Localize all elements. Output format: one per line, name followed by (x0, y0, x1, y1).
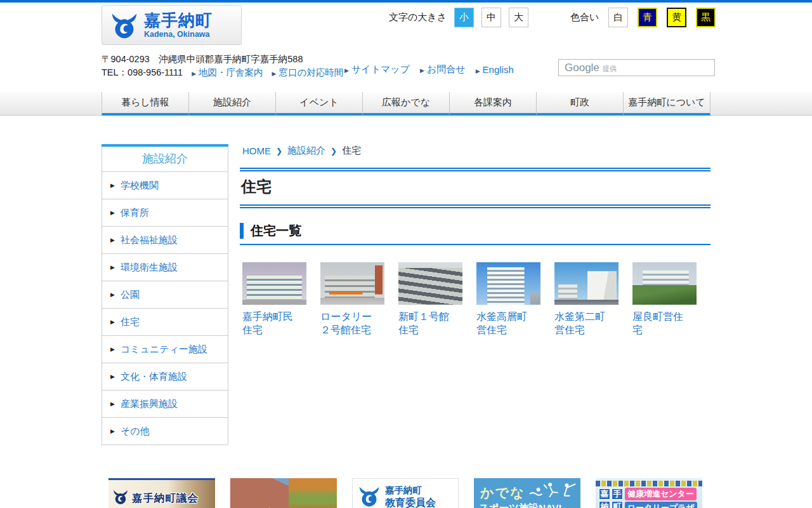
housing-photo[interactable] (320, 262, 384, 305)
color-scheme-label: 色合い (570, 11, 599, 23)
sidebar-item-other[interactable]: ▶その他 (102, 417, 228, 444)
text-size-medium-button[interactable]: 中 (481, 8, 501, 27)
quick-links: ▶サイトマップ ▶お問合せ ▶English (344, 64, 514, 76)
triangle-icon: ▶ (110, 401, 115, 407)
arrow-icon: ▶ (476, 68, 480, 74)
footer-banners: 嘉手納町議会 かでな文化センター 嘉手納町 教育委員会 かでな スポーツ施設NA… (108, 478, 702, 508)
page-title-block: 住宅 (240, 168, 710, 208)
nav-tab-shisetsu[interactable]: 施設紹介 (188, 92, 275, 116)
culture-center-banner[interactable]: かでな文化センター (230, 478, 337, 508)
sidebar: 施設紹介 ▶学校機関 ▶保育所 ▶社会福祉施設 ▶環境衛生施設 ▶公園 ▶住宅 … (102, 144, 228, 445)
housing-card[interactable]: 水釜第二町営住宅 (554, 262, 619, 337)
sports-banner-line1: かでな (480, 484, 525, 502)
housing-link[interactable]: ロータリー２号館住宅 (320, 310, 375, 337)
sidebar-item-culture-sports[interactable]: ▶文化・体育施設 (102, 363, 228, 390)
breadcrumb: HOME ❯ 施設紹介 ❯ 住宅 (242, 145, 361, 157)
site-logo[interactable]: 嘉手納町 Kadena, Okinawa (102, 5, 242, 45)
arrow-icon: ▶ (344, 67, 349, 74)
sidebar-item-environment[interactable]: ▶環境衛生施設 (102, 253, 228, 281)
color-scheme-black-button[interactable]: 黒 (696, 8, 716, 27)
contact-link[interactable]: ▶お問合せ (420, 64, 466, 76)
section-title: 住宅一覧 (251, 222, 301, 239)
text-size-large-button[interactable]: 大 (509, 8, 528, 27)
postal-address: 〒904-0293 沖縄県中頭郡嘉手納町字嘉手納588 (102, 53, 303, 65)
health-center-label: 健康増進センター (625, 488, 697, 500)
arrow-icon: ▶ (420, 67, 424, 74)
kadena-emblem-icon (110, 11, 139, 39)
housing-link[interactable]: 水釜高層町営住宅 (476, 310, 531, 337)
housing-photo[interactable] (476, 262, 540, 305)
tel-row: TEL：098-956-1111 ▶地図・庁舎案内 ▶窓口の対応時間 (102, 67, 343, 79)
housing-photo[interactable] (554, 262, 619, 305)
color-scheme-yellow-button[interactable]: 黄 (667, 8, 686, 27)
triangle-icon: ▶ (110, 319, 115, 325)
sidebar-item-welfare[interactable]: ▶社会福祉施設 (102, 226, 228, 253)
triangle-icon: ▶ (110, 373, 115, 380)
global-nav: 暮らし情報 施設紹介 イベント 広報かでな 各課案内 町政 嘉手納町について (0, 92, 812, 116)
triangle-icon: ▶ (110, 346, 115, 352)
town-char: 納 (599, 501, 610, 508)
office-hours-link[interactable]: ▶窓口の対応時間 (272, 67, 344, 79)
nav-tab-event[interactable]: イベント (275, 92, 362, 116)
site-title: 嘉手納町 (144, 12, 213, 29)
nav-tab-kurashi[interactable]: 暮らし情報 (102, 92, 188, 116)
double-rule (240, 204, 710, 208)
triangle-icon: ▶ (110, 182, 115, 189)
housing-card[interactable]: 水釜高層町営住宅 (476, 262, 540, 337)
triangle-icon: ▶ (110, 210, 115, 216)
triangle-icon: ▶ (110, 264, 115, 271)
page: 嘉手納町 Kadena, Okinawa 文字の大きさ 小 中 大 色合い 白 … (0, 0, 812, 508)
sidebar-item-industry[interactable]: ▶産業振興施設 (102, 390, 228, 417)
pennant-flags-icon (596, 481, 702, 486)
nav-tab-koho[interactable]: 広報かでな (362, 92, 449, 116)
sidebar-item-housing[interactable]: ▶住宅 (102, 308, 228, 335)
sports-banner-line2: スポーツ施設NAVI (479, 502, 561, 508)
housing-link[interactable]: 屋良町営住宅 (632, 310, 687, 337)
sidebar-item-nursery[interactable]: ▶保育所 (102, 199, 228, 226)
text-size-small-button[interactable]: 小 (454, 8, 474, 27)
housing-card[interactable]: 屋良町営住宅 (632, 262, 697, 337)
housing-link[interactable]: 水釜第二町営住宅 (554, 310, 609, 337)
nav-tab-chosei[interactable]: 町政 (536, 92, 623, 116)
sidebar-item-schools[interactable]: ▶学校機関 (102, 171, 228, 199)
sidebar-item-community[interactable]: ▶コミュニティー施設 (102, 335, 228, 363)
map-office-link[interactable]: ▶地図・庁舎案内 (192, 67, 263, 79)
housing-link[interactable]: 新町１号館住宅 (398, 310, 453, 337)
sidebar-item-parks[interactable]: ▶公園 (102, 281, 228, 308)
nav-tab-kakuka[interactable]: 各課案内 (449, 92, 536, 116)
text-size-control: 文字の大きさ 小 中 大 (389, 8, 528, 27)
housing-list: 嘉手納町民住宅 ロータリー２号館住宅 新町１号館住宅 水釜高層町営住宅 水釜第二… (242, 262, 697, 337)
chevron-right-icon: ❯ (276, 147, 282, 156)
section-accent-bar (240, 223, 244, 239)
search-input[interactable]: Google 提供 (558, 59, 715, 76)
sports-navi-banner[interactable]: かでな スポーツ施設NAVI (474, 478, 580, 508)
top-accent-bar (0, 0, 812, 3)
kadena-emblem-icon (358, 485, 381, 508)
health-center-banner[interactable]: 嘉 手 納 町 健康増進センター ロータリープラザ (596, 478, 702, 508)
nav-tab-about[interactable]: 嘉手納町について (623, 92, 710, 116)
breadcrumb-current: 住宅 (342, 145, 361, 157)
housing-link[interactable]: 嘉手納町民住宅 (242, 310, 297, 337)
housing-card[interactable]: 新町１号館住宅 (398, 262, 462, 337)
kadena-emblem-icon (112, 489, 129, 507)
housing-photo[interactable] (398, 262, 462, 305)
housing-card[interactable]: 嘉手納町民住宅 (242, 262, 306, 337)
town-char: 町 (612, 501, 623, 508)
housing-photo[interactable] (242, 262, 306, 305)
triangle-icon: ▶ (110, 291, 115, 298)
town-char: 手 (612, 488, 623, 500)
housing-photo[interactable] (632, 262, 697, 305)
education-board-banner[interactable]: 嘉手納町 教育委員会 (352, 478, 459, 508)
sitemap-link[interactable]: ▶サイトマップ (344, 64, 410, 76)
council-banner[interactable]: 嘉手納町議会 (108, 478, 215, 508)
color-scheme-blue-button[interactable]: 青 (638, 8, 657, 27)
breadcrumb-section-link[interactable]: 施設紹介 (287, 145, 325, 157)
council-banner-label: 嘉手納町議会 (132, 491, 199, 505)
breadcrumb-home-link[interactable]: HOME (242, 145, 271, 156)
sidebar-title: 施設紹介 (102, 147, 228, 171)
housing-card[interactable]: ロータリー２号館住宅 (320, 262, 384, 337)
arrow-icon: ▶ (192, 70, 196, 77)
english-link[interactable]: ▶English (476, 64, 514, 75)
color-scheme-white-button[interactable]: 白 (608, 8, 628, 27)
chevron-right-icon: ❯ (331, 147, 337, 156)
